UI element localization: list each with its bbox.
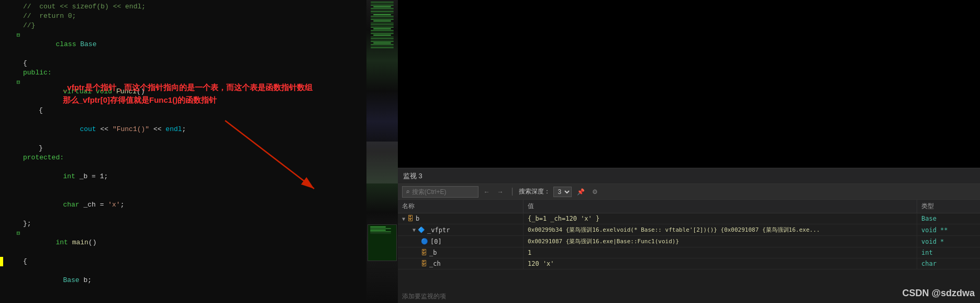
search-input-wrap[interactable]: ⌕ (402, 186, 478, 198)
watch-panel: 监视 3 ⌕ ← → | 搜索深度： 3 1 2 4 5 📌 ⚙ 名称 (398, 168, 980, 303)
code-text: { (22, 257, 366, 266)
watch-cell-value-0: 0x00291087 {菜鸟强训16.exe|Base::Func1(void)… (524, 236, 917, 247)
watch-row-vfptr[interactable]: ▼ 🔷 _vfptr 0x00299b34 {菜鸟强训16.exelvoid(*… (398, 224, 980, 236)
watch-header: 名称 值 类型 (398, 200, 980, 213)
minimap-viewport (366, 142, 398, 183)
code-line: cout << "Func1()" << endl; (0, 115, 366, 144)
code-line: protected: (0, 153, 366, 163)
code-line: { (0, 106, 366, 115)
code-line: int _b = 1; (0, 163, 366, 191)
code-text: class Base (22, 30, 366, 59)
watch-table: ▼ 🗄 b {_b=1 _ch=120 'x' } Base ▼ 🔷 _vfpt… (398, 213, 980, 290)
watch-var-name-vfptr: _vfptr (427, 226, 450, 234)
watch-title: 监视 3 (403, 171, 422, 181)
db-icon3: 🗄 (421, 260, 427, 267)
watch-cell-type-ch: char (917, 258, 980, 269)
code-text: int _b = 1; (22, 163, 366, 191)
depth-select[interactable]: 3 1 2 4 5 (553, 187, 572, 197)
watch-cell-value-b2: 1 (524, 247, 917, 258)
collapse-icon[interactable]: ⊟ (15, 30, 22, 40)
code-text: cout << sizeof(b) << endl; 已用时间 <= 7ms (22, 295, 366, 303)
code-line: }; (0, 219, 366, 229)
watch-cell-value-b: {_b=1 _ch=120 'x' } (524, 213, 917, 224)
code-line: cout << sizeof(b) << endl; 已用时间 <= 7ms (0, 295, 366, 303)
search-back-button[interactable]: ← (482, 187, 492, 197)
code-text: { (22, 106, 366, 115)
annotation-overlay: _vfptr是个指针，而这个指针指向的是一个表，而这个表是函数指针数组 那么_v… (63, 81, 313, 106)
code-line: // return 0; (0, 12, 366, 21)
code-panel: // cout << sizeof(b) << endl; // return … (0, 0, 366, 303)
watch-var-name-0: [0] (430, 238, 442, 245)
code-text: // cout << sizeof(b) << endl; (22, 2, 366, 12)
code-line: { (0, 59, 366, 68)
code-line: //} (0, 21, 366, 30)
watch-title-bar: 监视 3 (398, 168, 980, 184)
watch-cell-type-vfptr: void ** (917, 225, 980, 235)
search-input[interactable] (412, 188, 475, 196)
code-text: char _ch = 'x'; (22, 191, 366, 219)
toolbar-pin-button[interactable]: 📌 (575, 187, 587, 197)
depth-label: 搜索深度： (519, 187, 550, 196)
watch-row-0[interactable]: 🔵 [0] 0x00291087 {菜鸟强训16.exe|Base::Func1… (398, 236, 980, 247)
code-text: public: (22, 68, 366, 78)
watch-cell-name-b: ▼ 🗄 b (398, 213, 524, 224)
watch-row-ch[interactable]: 🗄 _ch 120 'x' char (398, 258, 980, 269)
watch-cell-name-ch: 🗄 _ch (398, 258, 524, 269)
watch-cell-name-b2: 🗄 _b (398, 247, 524, 258)
collapse-icon[interactable]: ⊟ (15, 229, 22, 238)
collapse-icon[interactable]: ⊟ (15, 78, 22, 87)
code-text: // return 0; (22, 12, 366, 21)
watch-add-row[interactable]: 添加要监视的项 (398, 290, 980, 303)
code-text: } (22, 144, 366, 153)
col-name-header: 名称 (398, 200, 524, 213)
watch-row-b2[interactable]: 🗄 _b 1 int (398, 247, 980, 258)
search-forward-button[interactable]: → (495, 187, 506, 197)
watch-var-name-b2: _b (429, 249, 437, 256)
watch-cell-value-ch: 120 'x' (524, 258, 917, 269)
annotation-line2: 那么_vfptr[0]存得值就是Func1()的函数指针 (63, 94, 313, 106)
watch-cell-name-vfptr: ▼ 🔷 _vfptr (398, 225, 524, 235)
code-text: protected: (22, 153, 366, 163)
watch-cell-type-b: Base (917, 213, 980, 224)
code-text: Base b; (22, 266, 366, 295)
col-value-header: 值 (524, 200, 917, 213)
code-text: int main() (22, 229, 366, 257)
right-top-area (398, 0, 980, 168)
watch-cell-type-b2: int (917, 247, 980, 258)
right-panel: 监视 3 ⌕ ← → | 搜索深度： 3 1 2 4 5 📌 ⚙ 名称 (398, 0, 980, 303)
minimap (366, 0, 398, 303)
code-text: }; (22, 219, 366, 229)
annotation-line1: _vfptr是个指针，而这个指针指向的是一个表，而这个表是函数指针数组 (63, 81, 313, 94)
code-line: ⊟ int main() (0, 229, 366, 257)
code-line: public: (0, 68, 366, 78)
code-text: //} (22, 21, 366, 30)
csdn-watermark: CSDN @sdzdwa (902, 288, 975, 299)
separator: | (510, 187, 515, 197)
code-line: char _ch = 'x'; (0, 191, 366, 219)
watch-toolbar: ⌕ ← → | 搜索深度： 3 1 2 4 5 📌 ⚙ (398, 184, 980, 200)
code-content: // cout << sizeof(b) << endl; // return … (0, 0, 366, 303)
ptr-icon: 🔷 (418, 226, 425, 233)
code-text: { (22, 59, 366, 68)
tree-arrow[interactable]: ▼ (413, 227, 416, 233)
watch-var-name-ch: _ch (429, 260, 441, 267)
col-type-header: 类型 (917, 200, 980, 213)
arr-icon: 🔵 (421, 238, 428, 245)
code-line: // cout << sizeof(b) << endl; (0, 2, 366, 12)
watch-cell-value-vfptr: 0x00299b34 {菜鸟强训16.exelvoid(* Base:: vft… (524, 224, 917, 235)
code-line: { (0, 257, 366, 266)
db-icon: 🗄 (407, 215, 414, 222)
code-line: ⊟ class Base (0, 30, 366, 59)
toolbar-settings-button[interactable]: ⚙ (590, 187, 600, 197)
watch-row-b[interactable]: ▼ 🗄 b {_b=1 _ch=120 'x' } Base (398, 213, 980, 224)
tree-arrow[interactable]: ▼ (402, 216, 405, 222)
arrow-marker (0, 257, 3, 266)
search-icon: ⌕ (406, 188, 410, 196)
code-line: Base b; (0, 266, 366, 295)
watch-cell-type-0: void * (917, 236, 980, 247)
watch-var-name-b: b (416, 215, 419, 222)
code-text: cout << "Func1()" << endl; (22, 115, 366, 144)
code-line: } (0, 144, 366, 153)
db-icon2: 🗄 (421, 249, 427, 256)
watch-cell-name-0: 🔵 [0] (398, 236, 524, 247)
